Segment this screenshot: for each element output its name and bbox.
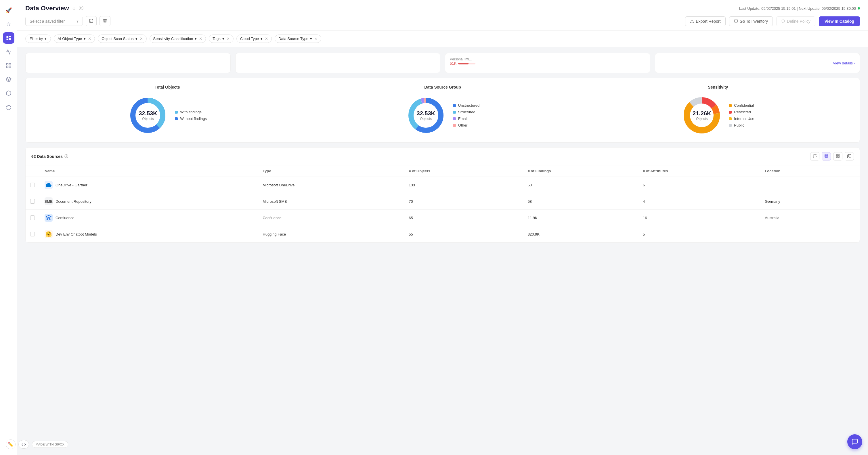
legend-dot <box>729 104 732 107</box>
filter-chip-object-scan-status[interactable]: Object Scan Status ▾ ✕ <box>98 34 146 43</box>
view-details-link[interactable]: View details › <box>833 61 855 65</box>
favorite-button[interactable]: ☆ <box>72 6 76 11</box>
legend-dot <box>729 117 732 120</box>
svg-rect-0 <box>6 64 8 65</box>
row-objects-cell: 133 <box>404 177 523 193</box>
remove-filter-sensitivity[interactable]: ✕ <box>199 36 202 41</box>
row-objects-cell: 55 <box>404 226 523 242</box>
row-actions-cell <box>848 226 860 242</box>
row-checkbox[interactable] <box>30 232 35 236</box>
chevron-down-icon: ▾ <box>76 19 79 24</box>
col-attributes[interactable]: # of Attributes <box>638 165 760 177</box>
card-view-button[interactable] <box>833 152 842 160</box>
dsg-value: 32.53K <box>417 110 435 117</box>
remove-filter-tags[interactable]: ✕ <box>227 36 230 41</box>
sidebar-item-launch[interactable]: 🚀 <box>3 5 14 16</box>
remove-filter-scan-status[interactable]: ✕ <box>140 36 143 41</box>
row-checkbox[interactable] <box>30 199 35 204</box>
bottom-bar: ✏️ ‹ › MADE WITH GIFOX <box>6 439 68 449</box>
total-objects-legend: With findings Without findings <box>175 110 207 121</box>
nav-arrows[interactable]: ‹ › <box>19 440 29 449</box>
made-with-badge: MADE WITH GIFOX <box>32 441 68 448</box>
col-objects[interactable]: # of Objects ↓ <box>404 165 523 177</box>
sensitivity-value: 21.26K <box>692 110 711 117</box>
view-in-catalog-button[interactable]: View In Catalog <box>819 17 860 26</box>
nav-right-icon[interactable]: › <box>24 442 26 447</box>
row-attributes-cell: 4 <box>638 193 760 210</box>
row-checkbox-cell <box>26 193 40 210</box>
remove-filter-data-source-type[interactable]: ✕ <box>314 36 317 41</box>
export-table-button[interactable] <box>810 152 819 160</box>
help-button[interactable]: ⓪ <box>79 5 84 11</box>
sidebar-item-reports[interactable] <box>3 60 14 71</box>
total-objects-chart: Total Objects 32.53K Objects <box>32 85 302 135</box>
data-sources-table: Name Type # of Objects ↓ # of Findings #… <box>26 165 860 242</box>
svg-rect-17 <box>825 154 828 158</box>
row-actions-cell <box>848 210 860 226</box>
sensitivity-chart: Sensitivity <box>583 85 853 135</box>
sidebar-item-insights[interactable] <box>3 73 14 85</box>
partial-cards-row: Personal Infi... 51K View details › <box>25 53 860 73</box>
col-name[interactable]: Name <box>40 165 258 177</box>
sensitivity-donut: 21.26K Objects <box>682 95 722 135</box>
nav-left-icon[interactable]: ‹ <box>22 442 23 447</box>
filter-by-button[interactable]: Filter by ▾ <box>25 34 51 43</box>
go-to-inventory-button[interactable]: Go To Inventory <box>729 17 773 26</box>
chevron-down-icon: ▾ <box>195 36 197 41</box>
remove-filter-cloud-type[interactable]: ✕ <box>265 36 268 41</box>
legend-dot <box>729 124 732 127</box>
chat-button[interactable] <box>847 434 862 449</box>
datasource-icon <box>44 214 53 222</box>
row-checkbox-cell <box>26 226 40 242</box>
legend-dot <box>729 111 732 114</box>
sidebar-item-catalog[interactable] <box>3 87 14 99</box>
row-type-cell: Hugging Face <box>258 226 404 242</box>
sidebar-item-star[interactable]: ☆ <box>3 19 14 30</box>
row-actions-cell <box>848 177 860 193</box>
page-title: Data Overview <box>25 5 69 12</box>
sidebar-item-sync[interactable] <box>3 101 14 113</box>
save-filter-button[interactable] <box>86 16 97 26</box>
svg-rect-24 <box>838 156 839 157</box>
datasource-name: Dev Env Chatbot Models <box>56 232 97 236</box>
export-report-button[interactable]: Export Report <box>685 17 725 26</box>
col-findings[interactable]: # of Findings <box>523 165 638 177</box>
chevron-down-icon: ▾ <box>260 36 262 41</box>
header: Data Overview ☆ ⓪ Last Update: 05/02/202… <box>17 0 868 30</box>
datasource-name: Document Repository <box>56 199 91 204</box>
delete-filter-button[interactable] <box>99 16 111 26</box>
partial-card-value: 51K <box>450 61 475 66</box>
chevron-down-icon: ▾ <box>84 36 86 41</box>
filter-chip-sensitivity[interactable]: Sensitivity Classification ▾ ✕ <box>150 34 206 43</box>
filter-chip-cloud-type[interactable]: Cloud Type ▾ ✕ <box>237 34 272 43</box>
edit-button[interactable]: ✏️ <box>6 439 16 449</box>
map-view-button[interactable] <box>845 152 854 160</box>
col-type[interactable]: Type <box>258 165 404 177</box>
filter-chip-ai-object-type[interactable]: AI Object Type ▾ ✕ <box>54 34 95 43</box>
row-findings-cell: 320.9K <box>523 226 638 242</box>
row-attributes-cell: 6 <box>638 177 760 193</box>
total-objects-donut: 32.53K Objects <box>128 95 168 135</box>
col-checkbox <box>26 165 40 177</box>
remove-filter-ai-object-type[interactable]: ✕ <box>88 36 91 41</box>
row-checkbox[interactable] <box>30 183 35 187</box>
sidebar-item-activity[interactable] <box>3 46 14 58</box>
col-location[interactable]: Location <box>760 165 848 177</box>
legend-dot <box>453 117 456 120</box>
chevron-down-icon: ▾ <box>222 36 224 41</box>
row-checkbox[interactable] <box>30 215 35 220</box>
saved-filter-dropdown[interactable]: Select a saved filter ▾ <box>25 17 83 26</box>
data-sources-title: 62 Data Sources ⓘ <box>31 154 68 159</box>
total-objects-value: 32.53K <box>138 110 157 117</box>
sensitivity-title: Sensitivity <box>708 85 728 89</box>
filter-chip-data-source-type[interactable]: Data Source Type ▾ ✕ <box>275 34 321 43</box>
row-name-cell: SMB Document Repository <box>40 193 258 210</box>
filter-chip-tags[interactable]: Tags ▾ ✕ <box>209 34 233 43</box>
define-policy-button[interactable]: Define Policy <box>776 17 815 26</box>
sidebar-item-dashboard[interactable] <box>3 32 14 44</box>
svg-rect-23 <box>836 156 838 157</box>
table-view-button[interactable] <box>822 152 831 160</box>
row-findings-cell: 58 <box>523 193 638 210</box>
partial-card-3: Personal Infi... 51K <box>445 53 650 73</box>
dsg-legend: Unstructured Structured Email Other <box>453 103 479 127</box>
